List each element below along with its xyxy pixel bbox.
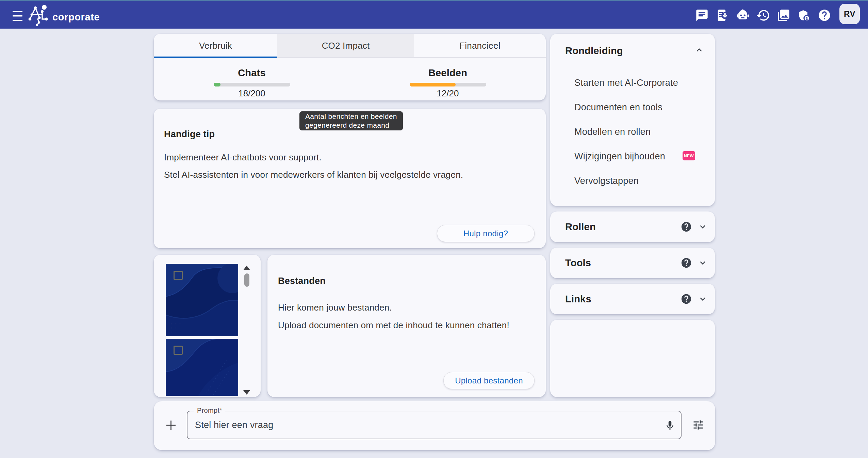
help-circle-icon <box>681 257 692 269</box>
microphone-icon <box>664 420 676 431</box>
beelden-metric: Beelden 12/20 <box>350 58 546 100</box>
tools-title: Tools <box>565 257 679 269</box>
tools-card: Tools <box>550 248 715 278</box>
tip-paragraph-2: Stel AI-assistenten in voor medewerkers … <box>164 170 463 180</box>
gallery-image-1-checkbox[interactable] <box>174 271 183 280</box>
history-button[interactable] <box>756 8 771 23</box>
shield-account-icon <box>797 9 811 22</box>
gallery-image-2[interactable] <box>166 339 238 396</box>
plus-icon <box>166 421 176 430</box>
prompt-bar: Prompt* <box>154 401 715 450</box>
tools-help-button[interactable] <box>679 255 694 270</box>
avatar-button[interactable]: RV <box>839 4 860 24</box>
rollen-expand-button[interactable] <box>695 219 710 234</box>
tooltip-line-1: Aantal berichten en beelden <box>305 112 397 121</box>
history-icon <box>756 8 770 22</box>
links-help-button[interactable] <box>679 291 694 306</box>
add-attachment-button[interactable] <box>163 417 179 433</box>
tour-item-wijzigingen[interactable]: Wijzigingen bijhouden <box>574 151 665 162</box>
chats-progress-fill <box>214 83 220 86</box>
robot-icon <box>736 8 750 22</box>
beelden-progress-bar <box>410 83 486 86</box>
shield-account-button[interactable] <box>797 8 812 23</box>
beelden-label: Beelden <box>428 68 467 78</box>
help-button[interactable] <box>817 8 832 23</box>
beelden-value: 12/20 <box>437 88 459 98</box>
tune-icon <box>692 419 704 431</box>
links-title: Links <box>565 294 679 305</box>
upload-files-button[interactable]: Upload bestanden <box>443 372 535 389</box>
beelden-progress-fill <box>410 83 456 86</box>
tour-item-starten[interactable]: Starten met AI-Corporate <box>574 78 678 88</box>
files-title: Bestanden <box>278 276 326 286</box>
tip-paragraph-1: Implementeer AI-chatbots voor support. <box>164 152 322 163</box>
chats-value: 18/200 <box>238 88 265 98</box>
topbar-actions: RV <box>0 1 868 30</box>
microphone-button[interactable] <box>662 417 678 434</box>
gallery-scroll-up-arrow[interactable] <box>243 266 250 270</box>
gallery-scrollbar-thumb[interactable] <box>244 273 249 287</box>
gallery-scroll-down-arrow[interactable] <box>243 390 250 395</box>
tab-financieel[interactable]: Financieel <box>414 34 546 58</box>
help-circle-icon <box>681 221 692 233</box>
gallery-card <box>154 255 261 397</box>
chevron-down-icon <box>698 222 708 232</box>
tour-item-documenten[interactable]: Documenten en tools <box>574 102 662 113</box>
chevron-up-icon <box>694 45 704 55</box>
gallery-image-1[interactable] <box>166 264 238 336</box>
rollen-title: Rollen <box>565 221 679 233</box>
need-help-button[interactable]: Hulp nodig? <box>437 225 535 242</box>
chevron-down-icon <box>698 258 708 268</box>
voice-notes-icon <box>716 9 729 22</box>
tour-title: Rondleiding <box>565 45 623 57</box>
tour-collapse-button[interactable] <box>692 43 707 58</box>
help-circle-icon <box>681 293 692 305</box>
prompt-input[interactable] <box>195 412 658 438</box>
files-paragraph-1: Hier komen jouw bestanden. <box>278 302 392 313</box>
usage-tooltip: Aantal berichten en beelden gegenereerd … <box>299 111 403 130</box>
gallery-image-2-checkbox[interactable] <box>174 346 183 355</box>
active-tab-indicator <box>154 57 277 58</box>
new-badge: NEW <box>683 151 695 160</box>
chats-label: Chats <box>238 68 266 78</box>
tab-co2-impact[interactable]: CO2 Impact <box>277 34 414 58</box>
chat-button[interactable] <box>694 8 709 23</box>
help-icon <box>818 9 831 22</box>
photo-library-button[interactable] <box>776 8 791 23</box>
chats-progress-bar <box>214 83 290 86</box>
tip-title: Handige tip <box>164 129 215 140</box>
usage-metrics: Chats 18/200 Beelden 12/20 <box>154 58 546 100</box>
prompt-field: Prompt* <box>187 411 682 439</box>
photo-library-icon <box>777 9 790 22</box>
rollen-card: Rollen <box>550 211 715 242</box>
rollen-help-button[interactable] <box>679 219 694 234</box>
tools-expand-button[interactable] <box>695 255 710 270</box>
voice-notes-button[interactable] <box>715 8 730 23</box>
chevron-down-icon <box>698 294 708 304</box>
tour-item-modellen[interactable]: Modellen en rollen <box>574 127 651 137</box>
usage-tabs: Verbruik CO2 Impact Financieel <box>154 34 546 58</box>
robot-button[interactable] <box>735 8 750 23</box>
chat-icon <box>695 9 709 22</box>
right-column-empty-card <box>550 320 715 397</box>
usage-card: Verbruik CO2 Impact Financieel Chats 18/… <box>154 34 546 100</box>
tour-card: Rondleiding Starten met AI-Corporate Doc… <box>550 34 715 206</box>
links-expand-button[interactable] <box>695 291 710 306</box>
chats-metric: Chats 18/200 <box>154 58 350 100</box>
tooltip-line-2: gegenereerd deze maand <box>305 121 397 130</box>
tab-verbruik[interactable]: Verbruik <box>154 34 277 58</box>
prompt-settings-button[interactable] <box>690 417 706 433</box>
tour-item-vervolgstappen[interactable]: Vervolgstappen <box>574 176 639 186</box>
links-card: Links <box>550 284 715 314</box>
files-paragraph-2: Upload documenten om met de inhoud te ku… <box>278 320 509 331</box>
files-card: Bestanden Hier komen jouw bestanden. Upl… <box>267 255 546 397</box>
top-app-bar: corporate <box>0 0 868 29</box>
